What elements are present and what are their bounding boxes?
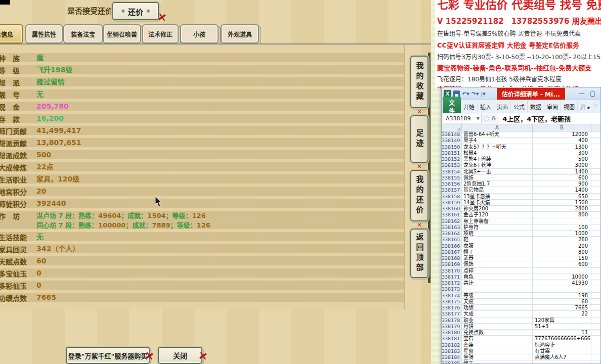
cell-rest[interactable] <box>591 360 600 363</box>
cell-a[interactable]: 2阶忽抽1.7 <box>462 181 533 187</box>
cell-a[interactable]: 共计 <box>462 280 533 286</box>
cell-b[interactable]: 120家具 <box>533 317 591 324</box>
cell-a[interactable]: 等级 <box>462 293 533 299</box>
cell-a[interactable]: 坐骑 <box>462 354 533 360</box>
row-number[interactable]: 338180 <box>442 330 462 336</box>
cell-rest[interactable] <box>591 156 600 162</box>
cell-b[interactable]: 10000 <box>533 274 591 280</box>
row-number[interactable]: 338159 <box>442 200 462 206</box>
tab-4[interactable]: 坐骑召唤兽 <box>103 24 141 43</box>
cell-rest[interactable] <box>591 237 600 243</box>
row-number[interactable]: 338165 <box>442 237 462 243</box>
cell-b[interactable]: 41930 <box>533 280 591 286</box>
tab-2[interactable]: 属性抗性 <box>25 24 63 43</box>
cell-rest[interactable] <box>591 268 600 274</box>
row-number[interactable]: 338185 <box>442 360 462 363</box>
close-button[interactable]: 关闭 <box>158 347 202 364</box>
cell-a[interactable] <box>462 286 533 292</box>
row-number[interactable]: 338182 <box>442 342 462 348</box>
cell-a[interactable]: 13星卡忽抽 <box>462 194 533 200</box>
row-number[interactable]: 338177 <box>442 311 462 317</box>
cell-b[interactable]: 800 <box>533 212 591 218</box>
cell-b[interactable]: 点满魔人6人7 <box>533 354 591 360</box>
row-number[interactable]: 338178 <box>442 317 462 324</box>
cell-a[interactable]: 身上穿装备 <box>462 218 533 224</box>
redo-icon[interactable]: ↷▾ <box>471 91 479 97</box>
cell-rest[interactable] <box>591 181 600 187</box>
cell-a[interactable]: 14星卡火猿 <box>462 200 533 206</box>
cell-b[interactable]: 7665 <box>533 305 591 311</box>
cell-b[interactable]: 200 <box>533 243 591 249</box>
tab-3[interactable]: 装备法宝 <box>63 24 103 43</box>
cell-b[interactable]: 有甘霖 <box>533 348 591 354</box>
row-number[interactable]: 338166 <box>442 243 462 249</box>
cell-b[interactable]: 1400 <box>533 187 591 193</box>
cell-rest[interactable] <box>591 200 600 206</box>
cell-rest[interactable] <box>591 336 600 342</box>
cell-b[interactable] <box>533 360 591 363</box>
cell-rest[interactable] <box>591 144 600 150</box>
cell-b[interactable] <box>533 268 591 274</box>
cell-rest[interactable] <box>591 274 600 280</box>
ribbon-tab-8[interactable]: 开 ▸ <box>578 101 593 112</box>
customize-toolbar-icon[interactable]: |▾ <box>481 91 486 97</box>
row-number[interactable]: 338152 <box>442 156 462 162</box>
cell-rest[interactable] <box>591 175 600 181</box>
cell-rest[interactable] <box>591 348 600 354</box>
row-number[interactable]: 338163 <box>442 224 462 231</box>
cell-b[interactable]: 260 <box>533 237 591 243</box>
cell-rest[interactable] <box>591 354 600 360</box>
tab-5[interactable]: 法术修正 <box>142 24 179 43</box>
cell-rest[interactable] <box>591 138 600 144</box>
row-number[interactable]: 338183 <box>442 348 462 354</box>
cell-a[interactable]: 套装 <box>462 342 533 348</box>
cell-rest[interactable] <box>591 261 600 267</box>
formula-bar[interactable]: 4上区，4下区，老新孩 <box>498 113 600 124</box>
cell-a[interactable]: 护身符 <box>462 224 533 231</box>
row-number[interactable]: 338179 <box>442 324 462 330</box>
cell-a[interactable]: 帽子 <box>462 249 533 255</box>
cell-rest[interactable] <box>591 249 600 255</box>
row-number[interactable]: 338151 <box>442 150 462 156</box>
login-server-buy-button[interactable]: 登录"万紫千红"服务器购买 <box>66 347 150 364</box>
row-number[interactable]: 338184 <box>442 354 462 360</box>
column-header-a[interactable]: A <box>462 124 533 131</box>
cell-a[interactable]: 其它物品 <box>462 187 533 193</box>
cell-a[interactable]: 大成 <box>462 311 533 317</box>
cell-a[interactable]: 龙女5？？？+听天 <box>462 144 533 150</box>
cell-b[interactable]: 7776766666666+666 <box>533 336 591 342</box>
side-button-1[interactable]: 我的收藏 <box>410 56 428 108</box>
cell-a[interactable]: 宝石 <box>462 336 533 342</box>
ribbon-tab-5[interactable]: 数据 <box>528 101 544 112</box>
row-number[interactable]: 338176 <box>442 305 462 311</box>
column-header-b[interactable]: B <box>533 124 591 131</box>
cell-rest[interactable] <box>591 169 600 175</box>
tab-6[interactable]: 小孩 <box>180 24 219 43</box>
cell-b[interactable]: 1500 <box>533 200 591 206</box>
row-number[interactable]: 338173 <box>442 286 462 292</box>
cell-b[interactable]: 600 <box>533 175 591 181</box>
side-button-3[interactable]: 我的还价 <box>410 170 428 221</box>
cell-a[interactable]: 佩饰 <box>462 261 533 267</box>
row-number[interactable]: 338161 <box>442 212 462 218</box>
cell-a[interactable]: 修工 <box>462 360 533 363</box>
cell-b[interactable]: 2800 <box>533 206 591 212</box>
cell-a[interactable]: 项链 <box>462 231 533 237</box>
cell-a[interactable]: 神火扇200 <box>462 206 533 212</box>
row-number[interactable]: 338181 <box>442 336 462 342</box>
row-number[interactable]: 338164 <box>442 231 462 237</box>
row-number[interactable]: 338149 <box>442 138 462 144</box>
cell-a[interactable]: 黑熊4+兽装 <box>462 156 533 162</box>
cell-a[interactable]: 松鼠4 <box>462 150 533 156</box>
cell-rest[interactable] <box>591 280 600 286</box>
cell-rest[interactable] <box>591 317 600 324</box>
row-number[interactable]: 338175 <box>442 299 462 305</box>
namebox-dropdown-icon[interactable]: ▼ <box>477 116 481 121</box>
cell-a[interactable]: 雷兽6-64+听天 <box>462 131 533 138</box>
maximize-icon[interactable]: ▢ <box>590 90 595 97</box>
cell-rest[interactable] <box>591 311 600 317</box>
row-number[interactable]: 338158 <box>442 194 462 200</box>
row-number[interactable]: 338150 <box>442 144 462 150</box>
tab-7[interactable]: 外观道具 <box>221 24 259 43</box>
ribbon-tab-2[interactable]: 插入 <box>478 101 494 112</box>
